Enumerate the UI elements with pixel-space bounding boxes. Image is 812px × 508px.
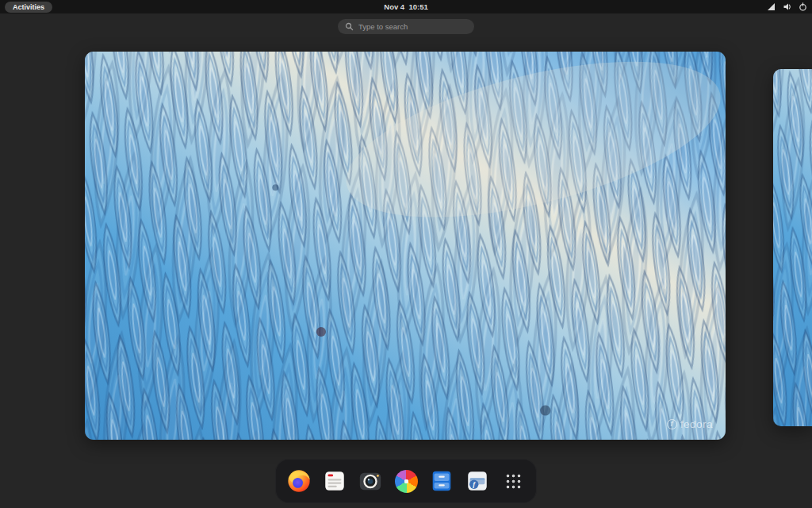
workspace-preview-next[interactable]	[773, 69, 812, 426]
top-bar: Activities Nov 4 10:51	[0, 0, 812, 13]
clock[interactable]: Nov 4 10:51	[384, 2, 427, 11]
power-icon[interactable]	[799, 2, 807, 11]
search-bar[interactable]	[338, 19, 474, 34]
calendar-icon	[322, 468, 347, 494]
dock-item-files[interactable]	[427, 467, 456, 495]
dock-item-camera[interactable]	[356, 467, 385, 495]
files-icon	[429, 468, 454, 494]
dock-item-installer[interactable]: f	[463, 467, 492, 495]
search-icon	[345, 20, 354, 34]
software-pinwheel-icon	[395, 470, 418, 493]
workspace-preview-current[interactable]: f fedora	[85, 52, 726, 440]
dash: f	[275, 459, 537, 503]
app-grid-icon	[505, 473, 521, 489]
firefox-icon	[286, 468, 312, 494]
system-status-area[interactable]	[767, 2, 807, 11]
dock-item-calendar[interactable]	[320, 467, 349, 495]
search-input[interactable]	[358, 22, 467, 31]
fedora-watermark-text: fedora	[680, 418, 713, 430]
camera-icon	[358, 468, 383, 494]
show-apps-button[interactable]	[499, 467, 527, 495]
fedora-logo-icon: f	[667, 419, 677, 429]
input-source-icon[interactable]	[767, 2, 776, 11]
dock-item-software[interactable]	[392, 467, 420, 495]
activities-button[interactable]: Activities	[5, 2, 52, 13]
volume-icon[interactable]	[783, 2, 791, 11]
installer-icon: f	[465, 468, 490, 494]
dock-item-firefox[interactable]	[285, 467, 313, 495]
fedora-watermark: f fedora	[667, 418, 713, 430]
wallpaper	[85, 52, 726, 440]
wallpaper-next	[773, 69, 812, 426]
